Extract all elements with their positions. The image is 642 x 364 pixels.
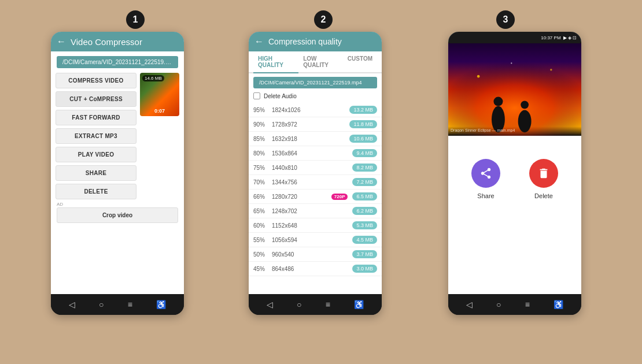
quality-size: 9.4 MB — [352, 149, 377, 157]
delete-action-button[interactable]: Delete — [529, 159, 558, 199]
nav-back-icon[interactable]: ◁ — [466, 300, 473, 309]
quality-row[interactable]: 95%1824x102613.2 MB — [249, 103, 382, 117]
quality-res: 1824x1026 — [272, 107, 347, 113]
cut-compress-button[interactable]: CUT + CoMPRESS — [56, 91, 136, 107]
quality-pct: 50% — [253, 251, 270, 258]
nav-home-icon[interactable]: ○ — [297, 300, 301, 309]
quality-row[interactable]: 45%864x4863.0 MB — [249, 262, 382, 276]
quality-pct: 65% — [253, 208, 270, 214]
extract-mp3-button[interactable]: EXTRACT MP3 — [56, 128, 136, 144]
file-path-bar: /DCIM/Camera/VID_20231121_222519.mp4 — [57, 56, 178, 68]
phone-2-screen: ← Compression quality HIGH QUALITY LOW Q… — [249, 32, 382, 294]
play-video-button[interactable]: PLAY VIDEO — [56, 147, 136, 162]
delete-icon-circle — [529, 159, 558, 188]
nav-access-icon[interactable]: ♿ — [354, 300, 364, 309]
phone-2-header: ← Compression quality — [249, 32, 382, 51]
phone-1-screen: ← Video Compressor /DCIM/Camera/VID_2023… — [51, 32, 184, 294]
quality-row[interactable]: 85%1632x91810.6 MB — [249, 132, 382, 146]
share-icon-circle — [471, 159, 500, 188]
nav-menu-icon[interactable]: ≡ — [326, 300, 330, 309]
quality-pct: 90% — [253, 121, 270, 128]
quality-res: 1344x756 — [272, 179, 350, 185]
fast-forward-button[interactable]: FAST FORWARD — [56, 110, 136, 125]
delete-icon — [537, 167, 550, 180]
nav-back-icon[interactable]: ◁ — [267, 300, 273, 309]
quality-pct: 66% — [253, 194, 270, 200]
phone-1-header: ← Video Compressor — [51, 32, 184, 51]
quality-row[interactable]: 90%1728x97211.8 MB — [249, 117, 382, 132]
svg-point-3 — [518, 110, 532, 132]
tab-custom[interactable]: CUSTOM — [343, 51, 377, 72]
quality-size: 10.6 MB — [349, 135, 377, 143]
quality-size: 11.8 MB — [349, 120, 377, 128]
share-button[interactable]: SHARE — [56, 165, 136, 181]
quality-res: 1536x864 — [272, 150, 350, 157]
svg-rect-0 — [448, 43, 581, 136]
nav-home-icon[interactable]: ○ — [496, 300, 501, 309]
svg-point-7 — [511, 62, 512, 64]
svg-point-4 — [521, 101, 529, 109]
quality-res: 1152x648 — [272, 222, 350, 229]
quality-res: 1440x810 — [272, 165, 350, 171]
file-path-bar-2: /DCIM/Camera/VID_20231121_222519.mp4 — [253, 77, 377, 88]
quality-res: 1056x594 — [272, 237, 350, 243]
nav-home-icon[interactable]: ○ — [99, 300, 104, 309]
quality-pct: 95% — [253, 107, 270, 113]
delete-label: Delete — [534, 192, 553, 199]
quality-size: 3.7 MB — [352, 250, 377, 258]
tab-low-quality[interactable]: LOW QUALITY — [298, 51, 343, 72]
video-player[interactable]: Dragon Sinner Eclipse — main.mp4 — [448, 43, 581, 136]
quality-size: 3.0 MB — [352, 265, 377, 273]
tab-high-quality[interactable]: HIGH QUALITY — [253, 51, 298, 72]
quality-size: 7.2 MB — [352, 178, 377, 186]
phone-3-screen: 10:37 PM ▶ ◈ ⊡ — [448, 32, 581, 294]
quality-row[interactable]: 65%1248x7026.2 MB — [249, 204, 382, 218]
step-3: 3 — [496, 10, 515, 29]
quality-row[interactable]: 75%1440x8108.2 MB — [249, 161, 382, 175]
quality-row[interactable]: 66%1280x720720P6.5 MB — [249, 190, 382, 204]
delete-button[interactable]: DELETE — [56, 184, 136, 199]
share-icon — [479, 167, 492, 180]
back-arrow-2-icon[interactable]: ← — [254, 36, 264, 47]
menu-buttons: COMPRESS VIDEO CUT + CoMPRESS FAST FORWA… — [56, 73, 136, 199]
quality-list: 95%1824x102613.2 MB90%1728x97211.8 MB85%… — [249, 103, 382, 294]
quality-row[interactable]: 55%1056x5944.5 MB — [249, 233, 382, 247]
quality-row[interactable]: 70%1344x7567.2 MB — [249, 175, 382, 190]
nav-access-icon[interactable]: ♿ — [156, 300, 166, 309]
status-time: 10:37 PM — [541, 35, 560, 40]
quality-res: 1248x702 — [272, 208, 350, 214]
delete-audio-checkbox[interactable] — [253, 92, 260, 99]
file-size-badge: 14.6 MB — [142, 75, 164, 81]
nav-back-icon[interactable]: ◁ — [69, 300, 75, 309]
quality-size: 4.5 MB — [352, 236, 377, 244]
nav-access-icon[interactable]: ♿ — [554, 300, 563, 309]
quality-row[interactable]: 50%960x5403.7 MB — [249, 247, 382, 262]
quality-size: 6.5 MB — [352, 192, 377, 200]
quality-size: 5.3 MB — [352, 221, 377, 229]
status-bar: 10:37 PM ▶ ◈ ⊡ — [448, 32, 581, 43]
phone-1-nav: ◁ ○ ≡ ♿ — [51, 294, 184, 315]
action-area: Share Delete — [448, 136, 581, 211]
phone-2-nav: ◁ ○ ≡ ♿ — [249, 294, 382, 315]
share-action-button[interactable]: Share — [471, 159, 500, 199]
ad-label: AD — [57, 202, 178, 207]
quality-badge-720p: 720P — [331, 194, 348, 200]
quality-pct: 80% — [253, 150, 270, 157]
quality-pct: 75% — [253, 165, 270, 171]
video-duration: 0:07 — [154, 108, 165, 114]
quality-row[interactable]: 60%1152x6485.3 MB — [249, 218, 382, 233]
crop-video-button[interactable]: Crop video — [57, 207, 178, 223]
quality-row[interactable]: 80%1536x8649.4 MB — [249, 146, 382, 161]
quality-res: 1632x918 — [272, 136, 347, 142]
quality-res: 960x540 — [272, 251, 350, 258]
compress-video-button[interactable]: COMPRESS VIDEO — [56, 73, 136, 88]
quality-pct: 70% — [253, 179, 270, 185]
menu-content: COMPRESS VIDEO CUT + CoMPRESS FAST FORWA… — [51, 73, 184, 199]
quality-pct: 60% — [253, 222, 270, 229]
quality-res: 1280x720 — [272, 194, 329, 200]
back-arrow-icon[interactable]: ← — [57, 36, 66, 47]
quality-pct: 45% — [253, 266, 270, 272]
nav-menu-icon[interactable]: ≡ — [525, 300, 530, 309]
nav-menu-icon[interactable]: ≡ — [128, 300, 132, 309]
quality-size: 13.2 MB — [349, 106, 377, 114]
